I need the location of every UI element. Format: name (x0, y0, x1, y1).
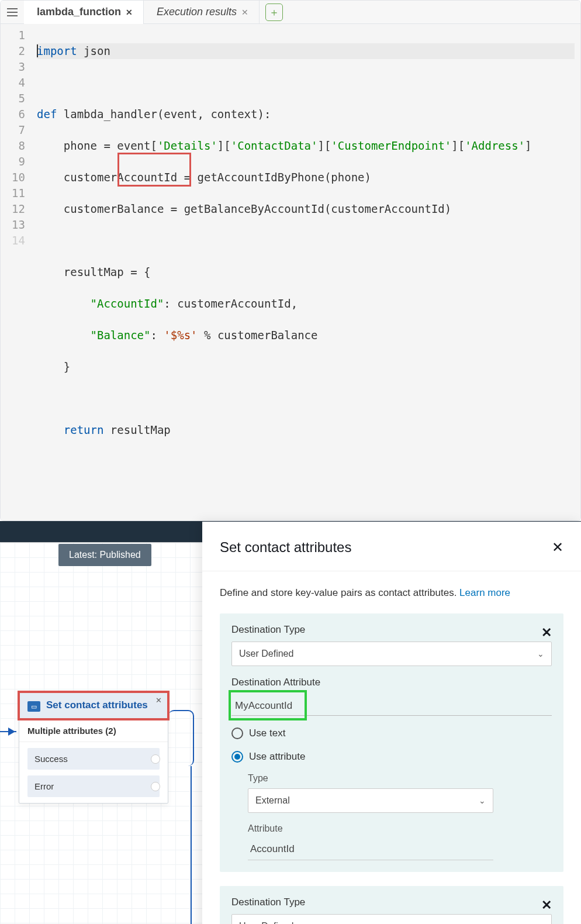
input-attribute-value[interactable]: AccountId (248, 839, 493, 860)
connector-line (168, 766, 192, 924)
svg-rect-2 (7, 15, 18, 16)
flow-outcome-error[interactable]: Error (27, 775, 160, 797)
radio-icon (231, 728, 243, 739)
panel-title: Set contact attributes (220, 539, 351, 556)
label-type: Type (248, 773, 552, 784)
svg-rect-0 (7, 8, 18, 9)
flow-block-subtitle: Multiple attributes (2) (19, 719, 168, 742)
close-icon[interactable]: ✕ (155, 696, 162, 705)
code-content[interactable]: import json def lambda_handler(event, co… (31, 24, 580, 520)
label-destination-type: Destination Type (231, 624, 305, 636)
input-destination-attribute[interactable] (233, 695, 303, 716)
label-destination-attribute: Destination Attribute (231, 677, 552, 688)
attribute-card-1: Destination Type ✕ User Defined ⌄ Destin… (220, 613, 563, 872)
close-icon[interactable]: ✕ (241, 8, 248, 17)
tab-lambda-function[interactable]: lambda_function ✕ (24, 1, 144, 24)
learn-more-link[interactable]: Learn more (459, 587, 510, 598)
flow-block-title: Set contact attributes (46, 699, 148, 711)
flow-canvas[interactable]: Latest: Published ▭ Set contact attribut… (0, 542, 581, 924)
attribute-card-2: Destination Type ✕ User Defined ⌄ Destin… (220, 886, 563, 924)
menu-icon[interactable] (1, 1, 24, 24)
code-area: 1234567 891011121314 import json def lam… (1, 24, 580, 520)
label-destination-type: Destination Type (231, 897, 305, 908)
add-tab-button[interactable]: ＋ (265, 4, 283, 21)
arrow-icon (8, 728, 15, 736)
tab-execution-results[interactable]: Execution results ✕ (144, 1, 260, 24)
select-destination-type[interactable]: User Defined ⌄ (231, 914, 552, 924)
flow-block-set-contact-attributes[interactable]: ▭ Set contact attributes ✕ Multiple attr… (19, 692, 168, 804)
radio-icon (231, 751, 243, 763)
remove-icon[interactable]: ✕ (541, 625, 552, 640)
radio-use-attribute[interactable]: Use attribute (231, 751, 552, 763)
side-panel: Set contact attributes ✕ Define and stor… (202, 522, 581, 924)
contact-card-icon: ▭ (27, 701, 40, 712)
chevron-down-icon: ⌄ (537, 649, 544, 658)
select-attribute-type[interactable]: External ⌄ (248, 788, 493, 813)
remove-icon[interactable]: ✕ (541, 898, 552, 913)
tab-label: Execution results (157, 6, 237, 18)
chevron-down-icon: ⌄ (479, 796, 486, 805)
svg-rect-1 (7, 12, 18, 13)
panel-description: Define and store key-value pairs as cont… (220, 587, 563, 599)
tab-label: lambda_function (37, 6, 121, 18)
close-icon[interactable]: ✕ (552, 539, 563, 556)
flow-outcome-success[interactable]: Success (27, 748, 160, 770)
select-destination-type[interactable]: User Defined ⌄ (231, 642, 552, 666)
code-editor: lambda_function ✕ Execution results ✕ ＋ … (0, 0, 581, 521)
label-attribute: Attribute (248, 823, 552, 834)
status-badge: Latest: Published (58, 544, 151, 566)
flow-block-header[interactable]: ▭ Set contact attributes ✕ (19, 692, 168, 719)
radio-use-text[interactable]: Use text (231, 728, 552, 739)
line-gutter: 1234567 891011121314 (1, 24, 31, 520)
tab-bar: lambda_function ✕ Execution results ✕ ＋ (1, 1, 580, 24)
close-icon[interactable]: ✕ (126, 8, 133, 17)
connector-line (168, 710, 194, 766)
chevron-down-icon: ⌄ (537, 922, 544, 924)
